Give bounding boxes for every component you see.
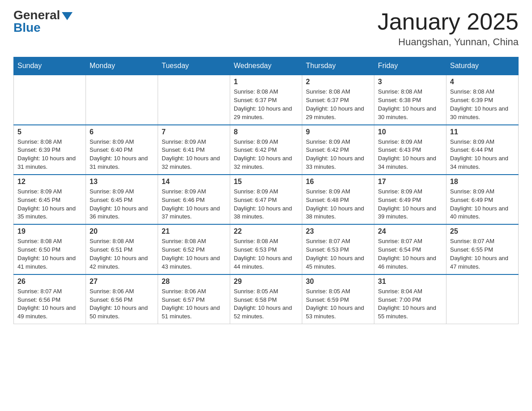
day-number: 11 (450, 128, 515, 136)
day-number: 22 (234, 227, 298, 235)
header-day-wednesday: Wednesday (230, 57, 302, 75)
day-cell: 12Sunrise: 8:09 AM Sunset: 6:45 PM Dayli… (14, 175, 86, 224)
day-info: Sunrise: 8:08 AM Sunset: 6:37 PM Dayligh… (234, 88, 298, 121)
day-number: 4 (450, 78, 515, 86)
day-number: 2 (306, 78, 370, 86)
header-day-sunday: Sunday (14, 57, 86, 75)
day-cell: 24Sunrise: 8:07 AM Sunset: 6:54 PM Dayli… (374, 224, 446, 274)
day-cell: 2Sunrise: 8:08 AM Sunset: 6:37 PM Daylig… (302, 75, 374, 124)
day-number: 26 (17, 278, 82, 286)
day-info: Sunrise: 8:05 AM Sunset: 6:59 PM Dayligh… (306, 287, 370, 321)
day-info: Sunrise: 8:09 AM Sunset: 6:48 PM Dayligh… (306, 188, 370, 221)
day-cell: 28Sunrise: 8:06 AM Sunset: 6:57 PM Dayli… (158, 274, 230, 324)
day-info: Sunrise: 8:08 AM Sunset: 6:39 PM Dayligh… (450, 88, 515, 121)
logo-blue-text: Blue (13, 21, 41, 34)
day-cell: 17Sunrise: 8:09 AM Sunset: 6:49 PM Dayli… (374, 175, 446, 224)
header-day-monday: Monday (86, 57, 158, 75)
day-cell: 20Sunrise: 8:08 AM Sunset: 6:51 PM Dayli… (86, 224, 158, 274)
day-info: Sunrise: 8:08 AM Sunset: 6:50 PM Dayligh… (17, 237, 82, 271)
day-cell: 10Sunrise: 8:09 AM Sunset: 6:43 PM Dayli… (374, 125, 446, 175)
day-info: Sunrise: 8:07 AM Sunset: 6:55 PM Dayligh… (450, 237, 515, 271)
day-info: Sunrise: 8:06 AM Sunset: 6:57 PM Dayligh… (162, 287, 226, 321)
day-info: Sunrise: 8:09 AM Sunset: 6:49 PM Dayligh… (378, 188, 442, 221)
day-cell: 14Sunrise: 8:09 AM Sunset: 6:46 PM Dayli… (158, 175, 230, 224)
week-row-4: 19Sunrise: 8:08 AM Sunset: 6:50 PM Dayli… (14, 224, 519, 274)
day-number: 28 (162, 278, 226, 286)
day-cell: 21Sunrise: 8:08 AM Sunset: 6:52 PM Dayli… (158, 224, 230, 274)
calendar-title: January 2025 (378, 9, 519, 34)
day-cell: 1Sunrise: 8:08 AM Sunset: 6:37 PM Daylig… (230, 75, 302, 124)
logo-general-text: General (13, 9, 60, 21)
day-cell: 9Sunrise: 8:09 AM Sunset: 6:42 PM Daylig… (302, 125, 374, 175)
day-cell: 4Sunrise: 8:08 AM Sunset: 6:39 PM Daylig… (446, 75, 519, 124)
day-number: 19 (17, 227, 82, 235)
day-info: Sunrise: 8:09 AM Sunset: 6:41 PM Dayligh… (162, 138, 226, 171)
day-info: Sunrise: 8:09 AM Sunset: 6:42 PM Dayligh… (306, 138, 370, 171)
day-cell: 29Sunrise: 8:05 AM Sunset: 6:58 PM Dayli… (230, 274, 302, 324)
day-number: 23 (306, 227, 370, 235)
day-cell: 6Sunrise: 8:09 AM Sunset: 6:40 PM Daylig… (86, 125, 158, 175)
day-info: Sunrise: 8:08 AM Sunset: 6:51 PM Dayligh… (90, 237, 154, 271)
day-cell: 19Sunrise: 8:08 AM Sunset: 6:50 PM Dayli… (14, 224, 86, 274)
day-cell (446, 274, 519, 324)
day-number: 18 (450, 178, 515, 186)
day-cell: 25Sunrise: 8:07 AM Sunset: 6:55 PM Dayli… (446, 224, 519, 274)
day-info: Sunrise: 8:05 AM Sunset: 6:58 PM Dayligh… (234, 287, 298, 321)
day-number: 5 (17, 128, 82, 136)
day-cell: 26Sunrise: 8:07 AM Sunset: 6:56 PM Dayli… (14, 274, 86, 324)
day-number: 12 (17, 178, 82, 186)
header-day-thursday: Thursday (302, 57, 374, 75)
week-row-5: 26Sunrise: 8:07 AM Sunset: 6:56 PM Dayli… (14, 274, 519, 324)
day-info: Sunrise: 8:08 AM Sunset: 6:53 PM Dayligh… (234, 237, 298, 271)
day-number: 31 (378, 278, 442, 286)
day-cell: 23Sunrise: 8:07 AM Sunset: 6:53 PM Dayli… (302, 224, 374, 274)
day-number: 1 (234, 78, 298, 86)
day-number: 30 (306, 278, 370, 286)
day-number: 9 (306, 128, 370, 136)
day-info: Sunrise: 8:07 AM Sunset: 6:54 PM Dayligh… (378, 237, 442, 271)
day-number: 27 (90, 278, 154, 286)
day-info: Sunrise: 8:04 AM Sunset: 7:00 PM Dayligh… (378, 287, 442, 321)
day-cell (86, 75, 158, 124)
day-info: Sunrise: 8:08 AM Sunset: 6:38 PM Dayligh… (378, 88, 442, 121)
day-number: 14 (162, 178, 226, 186)
day-number: 15 (234, 178, 298, 186)
week-row-2: 5Sunrise: 8:08 AM Sunset: 6:39 PM Daylig… (14, 125, 519, 175)
day-info: Sunrise: 8:09 AM Sunset: 6:45 PM Dayligh… (17, 188, 82, 221)
day-number: 6 (90, 128, 154, 136)
day-number: 20 (90, 227, 154, 235)
logo-triangle-icon (62, 12, 73, 20)
day-cell: 31Sunrise: 8:04 AM Sunset: 7:00 PM Dayli… (374, 274, 446, 324)
day-number: 21 (162, 227, 226, 235)
day-number: 17 (378, 178, 442, 186)
day-info: Sunrise: 8:06 AM Sunset: 6:56 PM Dayligh… (90, 287, 154, 321)
day-info: Sunrise: 8:08 AM Sunset: 6:39 PM Dayligh… (17, 138, 82, 171)
day-number: 13 (90, 178, 154, 186)
day-info: Sunrise: 8:08 AM Sunset: 6:37 PM Dayligh… (306, 88, 370, 121)
day-info: Sunrise: 8:09 AM Sunset: 6:46 PM Dayligh… (162, 188, 226, 221)
day-info: Sunrise: 8:09 AM Sunset: 6:40 PM Dayligh… (90, 138, 154, 171)
day-number: 29 (234, 278, 298, 286)
day-cell: 22Sunrise: 8:08 AM Sunset: 6:53 PM Dayli… (230, 224, 302, 274)
calendar-subtitle: Huangshan, Yunnan, China (378, 36, 519, 48)
day-cell: 13Sunrise: 8:09 AM Sunset: 6:45 PM Dayli… (86, 175, 158, 224)
day-cell: 18Sunrise: 8:09 AM Sunset: 6:49 PM Dayli… (446, 175, 519, 224)
title-section: January 2025 Huangshan, Yunnan, China (378, 9, 519, 48)
day-cell: 3Sunrise: 8:08 AM Sunset: 6:38 PM Daylig… (374, 75, 446, 124)
day-cell: 11Sunrise: 8:09 AM Sunset: 6:44 PM Dayli… (446, 125, 519, 175)
day-number: 24 (378, 227, 442, 235)
day-info: Sunrise: 8:09 AM Sunset: 6:44 PM Dayligh… (450, 138, 515, 171)
day-cell: 30Sunrise: 8:05 AM Sunset: 6:59 PM Dayli… (302, 274, 374, 324)
day-number: 3 (378, 78, 442, 86)
day-info: Sunrise: 8:09 AM Sunset: 6:42 PM Dayligh… (234, 138, 298, 171)
day-info: Sunrise: 8:09 AM Sunset: 6:45 PM Dayligh… (90, 188, 154, 221)
day-cell: 8Sunrise: 8:09 AM Sunset: 6:42 PM Daylig… (230, 125, 302, 175)
day-info: Sunrise: 8:09 AM Sunset: 6:43 PM Dayligh… (378, 138, 442, 171)
day-info: Sunrise: 8:09 AM Sunset: 6:47 PM Dayligh… (234, 188, 298, 221)
day-info: Sunrise: 8:07 AM Sunset: 6:53 PM Dayligh… (306, 237, 370, 271)
day-number: 8 (234, 128, 298, 136)
day-info: Sunrise: 8:09 AM Sunset: 6:49 PM Dayligh… (450, 188, 515, 221)
day-cell: 16Sunrise: 8:09 AM Sunset: 6:48 PM Dayli… (302, 175, 374, 224)
day-number: 16 (306, 178, 370, 186)
day-cell: 27Sunrise: 8:06 AM Sunset: 6:56 PM Dayli… (86, 274, 158, 324)
